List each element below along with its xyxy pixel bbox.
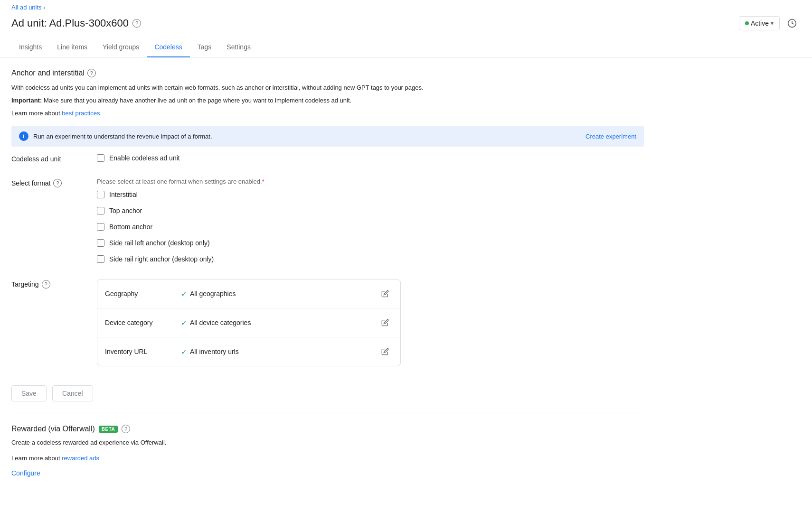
tab-yield-groups[interactable]: Yield groups [95,37,147,57]
format-bottom-anchor-row[interactable]: Bottom anchor [97,223,644,231]
rewarded-title: Rewarded (via Offerwall) BETA ? [11,425,644,433]
format-description: Please select at least one format when s… [97,178,644,185]
targeting-geography-row: Geography ✓ All geographies [97,279,400,308]
anchor-section-title: Anchor and interstitial ? [11,69,644,77]
format-top-anchor-label: Top anchor [109,207,142,214]
enable-codeless-checkbox[interactable] [97,154,104,162]
tab-tags[interactable]: Tags [190,37,219,57]
format-side-rail-right-label: Side rail right anchor (desktop only) [109,255,214,263]
targeting-content: Geography ✓ All geographies Device categ… [97,279,644,366]
format-side-rail-right-checkbox[interactable] [97,255,104,263]
targeting-help-icon[interactable]: ? [42,280,50,289]
enable-codeless-label: Enable codeless ad unit [109,154,180,162]
format-bottom-anchor-label: Bottom anchor [109,223,152,231]
main-content: Anchor and interstitial ? With codeless … [0,57,655,488]
rewarded-learn-more: Learn more about rewarded ads [11,454,644,464]
format-side-rail-right-row[interactable]: Side rail right anchor (desktop only) [97,255,644,263]
create-experiment-link[interactable]: Create experiment [585,133,636,140]
codeless-ad-unit-content: Enable codeless ad unit [97,154,644,167]
header-left: Ad unit: Ad.Plus-300x600 ? [11,17,141,29]
tab-settings[interactable]: Settings [219,37,258,57]
targeting-row: Targeting ? Geography ✓ All geographies [11,279,644,366]
status-dot [745,21,749,25]
page-title: Ad unit: Ad.Plus-300x600 [11,17,129,29]
anchor-important: Important: Make sure that you already ha… [11,96,644,106]
codeless-ad-unit-row: Codeless ad unit Enable codeless ad unit [11,154,644,167]
page-header: Ad unit: Ad.Plus-300x600 ? Active ▾ [0,13,812,37]
inventory-edit-icon[interactable] [378,344,393,359]
inventory-check-icon: ✓ [181,347,187,356]
breadcrumb: All ad units › [0,0,812,13]
format-side-rail-left-checkbox[interactable] [97,239,104,247]
status-chevron-icon: ▾ [771,20,774,27]
section-divider [11,413,644,413]
rewarded-ads-link[interactable]: rewarded ads [62,455,99,462]
select-format-label: Select format ? [11,178,97,187]
targeting-label: Targeting ? [11,279,97,289]
targeting-device-key: Device category [105,319,181,326]
codeless-ad-unit-label: Codeless ad unit [11,154,97,163]
targeting-inventory-value: ✓ All inventory urls [181,347,378,356]
format-top-anchor-checkbox[interactable] [97,207,104,214]
rewarded-description: Create a codeless rewarded ad experience… [11,438,644,448]
header-right: Active ▾ [739,15,801,32]
geography-edit-icon[interactable] [378,286,393,301]
targeting-inventory-key: Inventory URL [105,348,181,355]
format-interstitial-checkbox[interactable] [97,191,104,198]
anchor-description: With codeless ad units you can implement… [11,83,644,93]
anchor-learn-more: Learn more about best practices [11,109,644,119]
select-format-row: Select format ? Please select at least o… [11,178,644,268]
device-check-icon: ✓ [181,318,187,327]
targeting-table: Geography ✓ All geographies Device categ… [97,279,401,366]
tab-codeless[interactable]: Codeless [147,37,189,57]
page-title-help-icon[interactable]: ? [132,19,141,28]
anchor-help-icon[interactable]: ? [87,69,96,77]
tab-insights[interactable]: Insights [11,37,49,57]
anchor-interstitial-section: Anchor and interstitial ? With codeless … [11,69,644,118]
format-side-rail-left-row[interactable]: Side rail left anchor (desktop only) [97,239,644,247]
tabs-bar: Insights Line items Yield groups Codeles… [0,37,812,57]
best-practices-link[interactable]: best practices [62,110,100,117]
format-interstitial-row[interactable]: Interstitial [97,191,644,198]
format-options-list: Interstitial Top anchor Bottom anchor Si… [97,191,644,268]
required-marker: * [262,178,264,185]
targeting-inventory-row: Inventory URL ✓ All inventory urls [97,337,400,366]
select-format-content: Please select at least one format when s… [97,178,644,268]
targeting-geography-key: Geography [105,290,181,298]
status-label: Active [751,19,769,27]
info-banner-text: Run an experiment to understand the reve… [33,133,212,140]
format-interstitial-label: Interstitial [109,191,138,198]
breadcrumb-parent-link[interactable]: All ad units [11,4,42,11]
enable-codeless-checkbox-row[interactable]: Enable codeless ad unit [97,154,644,162]
format-bottom-anchor-checkbox[interactable] [97,223,104,231]
history-icon[interactable] [784,15,801,32]
status-button[interactable]: Active ▾ [739,16,780,30]
targeting-device-row: Device category ✓ All device categories [97,308,400,337]
cancel-button[interactable]: Cancel [52,385,93,401]
format-side-rail-left-label: Side rail left anchor (desktop only) [109,239,210,247]
tab-line-items[interactable]: Line items [49,37,95,57]
save-button[interactable]: Save [11,385,47,401]
action-buttons: Save Cancel [11,378,644,409]
breadcrumb-chevron: › [44,4,46,11]
select-format-help-icon[interactable]: ? [53,179,62,187]
info-banner-icon: i [19,131,28,141]
geography-check-icon: ✓ [181,289,187,298]
format-top-anchor-row[interactable]: Top anchor [97,207,644,214]
targeting-device-value: ✓ All device categories [181,318,378,327]
configure-link[interactable]: Configure [11,469,40,477]
beta-badge: BETA [99,426,118,433]
targeting-geography-value: ✓ All geographies [181,289,378,298]
rewarded-help-icon[interactable]: ? [122,425,130,433]
info-banner: i Run an experiment to understand the re… [11,126,644,147]
device-edit-icon[interactable] [378,315,393,330]
rewarded-section: Rewarded (via Offerwall) BETA ? Create a… [11,425,644,477]
